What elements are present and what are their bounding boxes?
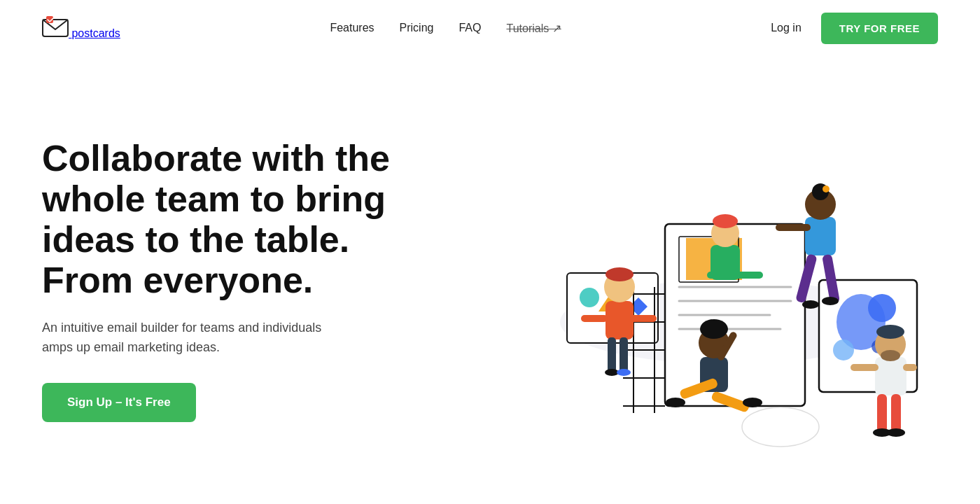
- svg-point-53: [666, 398, 685, 407]
- nav-features[interactable]: Features: [330, 22, 374, 34]
- try-for-free-button[interactable]: TRY FOR FREE: [821, 13, 938, 44]
- hero-section: Collaborate with the whole team to bring…: [0, 56, 980, 504]
- svg-point-37: [713, 214, 738, 228]
- hero-headline: Collaborate with the whole team to bring…: [42, 138, 406, 301]
- svg-rect-26: [606, 301, 634, 340]
- svg-rect-34: [630, 315, 657, 322]
- svg-rect-65: [903, 364, 917, 371]
- svg-rect-39: [805, 217, 836, 255]
- nav-cta-group: Log in TRY FOR FREE: [771, 13, 938, 44]
- hero-subtext: An intuitive email builder for teams and…: [42, 318, 350, 358]
- nav-login[interactable]: Log in: [771, 22, 802, 34]
- nav-tutorials[interactable]: Tutorials ↗: [506, 22, 561, 35]
- svg-rect-30: [620, 337, 628, 372]
- svg-rect-56: [875, 357, 906, 396]
- signup-button[interactable]: Sign Up – It's Free: [42, 383, 196, 422]
- svg-point-63: [887, 428, 905, 437]
- svg-rect-47: [776, 224, 811, 231]
- logo[interactable]: postcards: [42, 16, 120, 40]
- svg-point-16: [868, 294, 896, 322]
- svg-point-32: [617, 369, 631, 376]
- svg-point-50: [700, 319, 728, 339]
- svg-point-58: [881, 350, 900, 361]
- team-illustration: [462, 84, 952, 476]
- svg-rect-60: [877, 394, 887, 433]
- svg-rect-61: [891, 394, 901, 433]
- svg-point-45: [802, 300, 819, 309]
- svg-point-11: [580, 288, 599, 307]
- svg-point-54: [743, 398, 762, 407]
- logo-text: postcards: [71, 27, 120, 39]
- svg-point-28: [606, 267, 634, 281]
- svg-rect-64: [850, 364, 878, 371]
- svg-point-42: [822, 186, 830, 192]
- logo-icon: [42, 16, 69, 37]
- svg-point-17: [833, 340, 854, 360]
- svg-rect-38: [707, 272, 763, 279]
- svg-point-46: [822, 297, 839, 305]
- svg-point-59: [876, 325, 904, 339]
- svg-point-66: [742, 407, 819, 447]
- svg-rect-29: [608, 337, 616, 372]
- nav-links: Features Pricing FAQ Tutorials ↗: [330, 22, 561, 35]
- nav-faq[interactable]: FAQ: [458, 22, 481, 34]
- svg-rect-33: [581, 315, 608, 322]
- nav-pricing[interactable]: Pricing: [400, 22, 434, 34]
- navbar: postcards Features Pricing FAQ Tutorials…: [0, 0, 980, 56]
- hero-text-block: Collaborate with the whole team to bring…: [42, 138, 406, 423]
- hero-illustration: [406, 56, 938, 504]
